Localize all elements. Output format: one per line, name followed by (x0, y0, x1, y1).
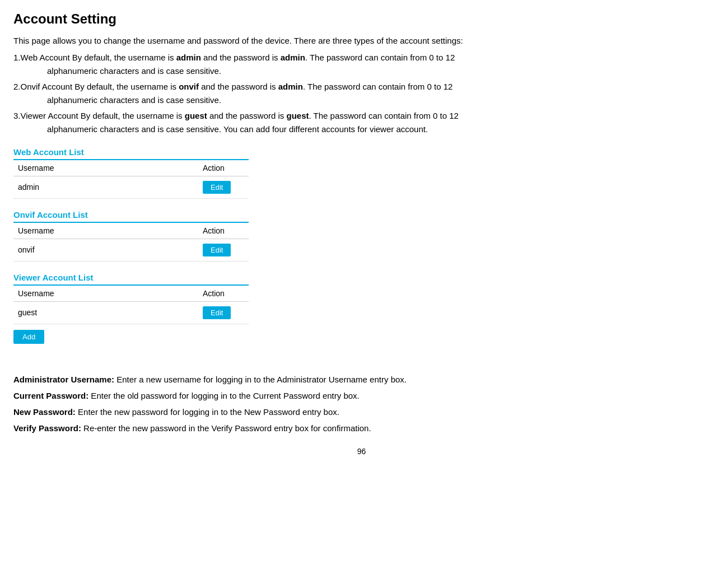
table-row: admin Edit (13, 176, 249, 198)
onvif-edit-button[interactable]: Edit (203, 244, 231, 256)
description-section: Administrator Username: Enter a new user… (13, 372, 710, 436)
desc-admin-username: Administrator Username: Enter a new user… (13, 372, 710, 387)
list-item-2: 2.Onvif Account By default, the username… (13, 80, 710, 107)
viewer-edit-button[interactable]: Edit (203, 306, 231, 319)
web-edit-button[interactable]: Edit (203, 181, 231, 194)
onvif-account-section: Onvif Account List Username Action onvif… (13, 210, 710, 262)
viewer-action-cell: Edit (198, 301, 249, 324)
desc-current-password: Current Password: Enter the old password… (13, 388, 710, 403)
desc-new-password: New Password: Enter the new password for… (13, 404, 710, 419)
intro-list: 1.Web Account By default, the username i… (13, 51, 710, 136)
page-title: Account Setting (13, 11, 710, 27)
onvif-username-cell: onvif (13, 239, 198, 261)
viewer-username-header: Username (13, 285, 198, 302)
desc-verify-password: Verify Password: Re-enter the new passwo… (13, 421, 710, 436)
viewer-account-section: Viewer Account List Username Action gues… (13, 273, 710, 361)
onvif-account-table: Username Action onvif Edit (13, 222, 249, 262)
list-item-3: 3.Viewer Account By default, the usernam… (13, 109, 710, 136)
onvif-account-title: Onvif Account List (13, 210, 710, 220)
web-account-section: Web Account List Username Action admin E… (13, 147, 710, 199)
list-item-1: 1.Web Account By default, the username i… (13, 51, 710, 78)
web-action-cell: Edit (198, 176, 249, 198)
onvif-action-cell: Edit (198, 239, 249, 261)
viewer-action-header: Action (198, 285, 249, 302)
viewer-username-cell: guest (13, 301, 198, 324)
page-number: 96 (13, 447, 710, 456)
viewer-account-title: Viewer Account List (13, 273, 710, 282)
web-account-title: Web Account List (13, 147, 710, 157)
viewer-account-table: Username Action guest Edit (13, 284, 249, 324)
web-account-table: Username Action admin Edit (13, 159, 249, 199)
intro-paragraph: This page allows you to change the usern… (13, 35, 710, 48)
web-username-header: Username (13, 160, 198, 176)
onvif-action-header: Action (198, 222, 249, 239)
onvif-username-header: Username (13, 222, 198, 239)
web-username-cell: admin (13, 176, 198, 198)
web-action-header: Action (198, 160, 249, 176)
add-button[interactable]: Add (13, 330, 44, 344)
table-row: onvif Edit (13, 239, 249, 261)
table-row: guest Edit (13, 301, 249, 324)
